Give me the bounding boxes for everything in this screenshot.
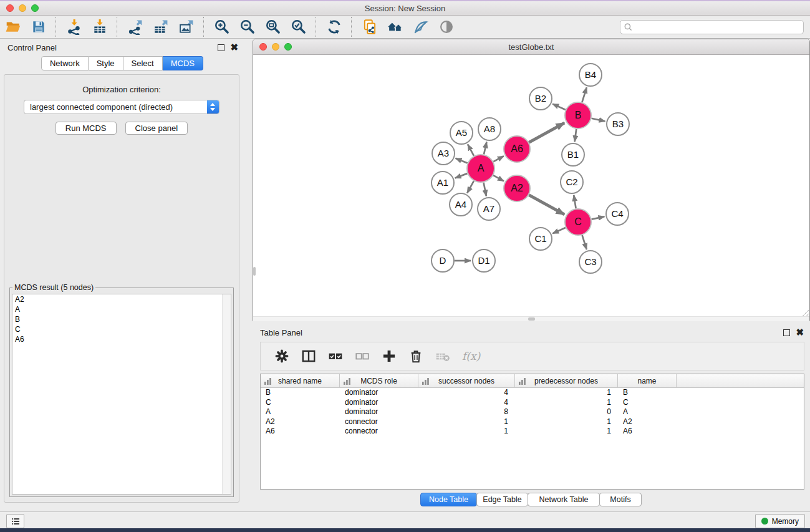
- network-canvas[interactable]: AA1A2A3A4A5A6A7A8BB1B2B3B4CC1C2C3C4DD1: [253, 55, 809, 321]
- edge-B-B4[interactable]: [582, 87, 586, 102]
- cell-successor-nodes[interactable]: 4: [418, 388, 515, 398]
- cell-successor-nodes[interactable]: 4: [418, 398, 515, 408]
- cell-MCDS-role[interactable]: connector: [340, 417, 418, 427]
- edge-A-A4[interactable]: [467, 181, 474, 193]
- node-B3[interactable]: B3: [607, 113, 629, 135]
- edge-C-C2[interactable]: [574, 195, 576, 209]
- horizontal-scrollbar[interactable]: [253, 316, 809, 321]
- node-B1[interactable]: B1: [562, 143, 584, 166]
- export-image-icon[interactable]: [178, 19, 195, 36]
- node-A7[interactable]: A7: [478, 198, 500, 220]
- split-columns-icon[interactable]: [300, 348, 317, 365]
- edge-C-C3[interactable]: [582, 235, 587, 249]
- cell-shared-name[interactable]: A2: [261, 417, 340, 427]
- zoom-fit-icon[interactable]: [264, 19, 281, 36]
- gear-icon[interactable]: [273, 348, 290, 365]
- import-network-icon[interactable]: [65, 19, 82, 36]
- node-D1[interactable]: D1: [473, 249, 495, 272]
- edge-A-A2[interactable]: [493, 175, 504, 181]
- node-C[interactable]: C: [565, 209, 591, 235]
- cell-name[interactable]: C: [618, 398, 677, 408]
- cell-name[interactable]: A: [618, 407, 677, 417]
- tab-mcds[interactable]: MCDS: [163, 56, 203, 70]
- tab-node-table[interactable]: Node Table: [420, 493, 477, 506]
- edge-B-B3[interactable]: [591, 118, 605, 122]
- import-table-icon[interactable]: [91, 19, 108, 36]
- result-item[interactable]: B: [12, 314, 231, 324]
- cell-successor-nodes[interactable]: 1: [418, 417, 515, 427]
- node-B2[interactable]: B2: [529, 87, 552, 110]
- duplicate-network-icon[interactable]: [361, 19, 378, 36]
- edge-A6-B[interactable]: [529, 123, 564, 142]
- criterion-select[interactable]: largest connected component (directed): [24, 100, 219, 114]
- save-icon[interactable]: [30, 19, 47, 36]
- node-A5[interactable]: A5: [450, 122, 473, 144]
- first-neighbors-icon[interactable]: [387, 19, 403, 36]
- cell-name[interactable]: B: [618, 388, 677, 398]
- tab-network-table[interactable]: Network Table: [528, 493, 600, 506]
- close-table-panel-icon[interactable]: ✖: [796, 329, 804, 336]
- node-B[interactable]: B: [565, 102, 591, 128]
- edge-A-A8[interactable]: [484, 142, 486, 154]
- cell-shared-name[interactable]: A6: [261, 427, 340, 437]
- cell-shared-name[interactable]: B: [261, 388, 340, 398]
- open-folder-icon[interactable]: [4, 19, 21, 36]
- node-A4[interactable]: A4: [450, 193, 472, 216]
- cell-shared-name[interactable]: C: [261, 398, 340, 408]
- edge-C-C1[interactable]: [552, 228, 566, 233]
- node-D[interactable]: D: [432, 249, 454, 272]
- edge-B-B2[interactable]: [552, 104, 566, 110]
- tab-network[interactable]: Network: [41, 56, 89, 70]
- node-A6[interactable]: A6: [504, 136, 530, 162]
- table-row[interactable]: A2connector11A2: [261, 417, 804, 427]
- node-C1[interactable]: C1: [529, 228, 552, 250]
- cell-MCDS-role[interactable]: connector: [340, 427, 418, 437]
- node-C3[interactable]: C3: [579, 251, 602, 273]
- cell-predecessor-nodes[interactable]: 1: [515, 427, 618, 437]
- cell-shared-name[interactable]: A: [261, 407, 340, 417]
- edge-A-A3[interactable]: [455, 158, 467, 163]
- node-A3[interactable]: A3: [432, 142, 455, 165]
- run-mcds-button[interactable]: Run MCDS: [55, 122, 117, 135]
- cell-predecessor-nodes[interactable]: 1: [515, 417, 618, 427]
- table-row[interactable]: A6connector11A6: [261, 427, 804, 437]
- result-item[interactable]: C: [12, 324, 231, 334]
- delete-column-icon[interactable]: [407, 348, 424, 365]
- horizontal-scrollbar-thumb[interactable]: [528, 317, 535, 321]
- node-C4[interactable]: C4: [606, 203, 629, 225]
- search-field[interactable]: [620, 20, 804, 34]
- column-header-successor-nodes[interactable]: successor nodes: [418, 374, 515, 388]
- edge-A-A5[interactable]: [468, 144, 474, 155]
- zoom-in-icon[interactable]: [213, 19, 230, 36]
- export-table-icon[interactable]: [152, 19, 169, 36]
- node-A[interactable]: A: [467, 155, 494, 182]
- column-header-shared-name[interactable]: shared name: [261, 374, 340, 388]
- edge-B-B1[interactable]: [575, 129, 577, 142]
- node-C2[interactable]: C2: [561, 171, 583, 193]
- close-panel-button[interactable]: Close panel: [125, 122, 188, 135]
- birds-eye-icon[interactable]: [438, 19, 455, 36]
- float-panel-icon[interactable]: [218, 44, 224, 51]
- cell-MCDS-role[interactable]: dominator: [340, 398, 418, 408]
- export-network-icon[interactable]: [127, 19, 143, 36]
- table-row[interactable]: Bdominator41B: [261, 388, 804, 398]
- cell-successor-nodes[interactable]: 1: [418, 427, 515, 437]
- tab-edge-table[interactable]: Edge Table: [476, 493, 528, 506]
- edge-A-A1[interactable]: [455, 173, 468, 178]
- cell-name[interactable]: A6: [618, 427, 677, 437]
- node-A1[interactable]: A1: [432, 172, 454, 194]
- table-row[interactable]: Adominator80A: [261, 407, 804, 417]
- node-B4[interactable]: B4: [579, 64, 602, 86]
- float-table-panel-icon[interactable]: [783, 329, 790, 336]
- add-column-icon[interactable]: [380, 348, 397, 365]
- cell-name[interactable]: A2: [618, 417, 677, 427]
- cell-predecessor-nodes[interactable]: 1: [515, 388, 618, 398]
- deselect-all-icon[interactable]: [354, 348, 370, 365]
- edge-A-A6[interactable]: [493, 156, 504, 162]
- delete-table-icon[interactable]: [434, 348, 451, 365]
- cell-predecessor-nodes[interactable]: 1: [515, 398, 618, 408]
- select-all-icon[interactable]: [327, 348, 344, 365]
- edge-C-C4[interactable]: [592, 216, 605, 219]
- table-row[interactable]: Cdominator41C: [261, 398, 804, 408]
- cell-successor-nodes[interactable]: 8: [418, 407, 515, 417]
